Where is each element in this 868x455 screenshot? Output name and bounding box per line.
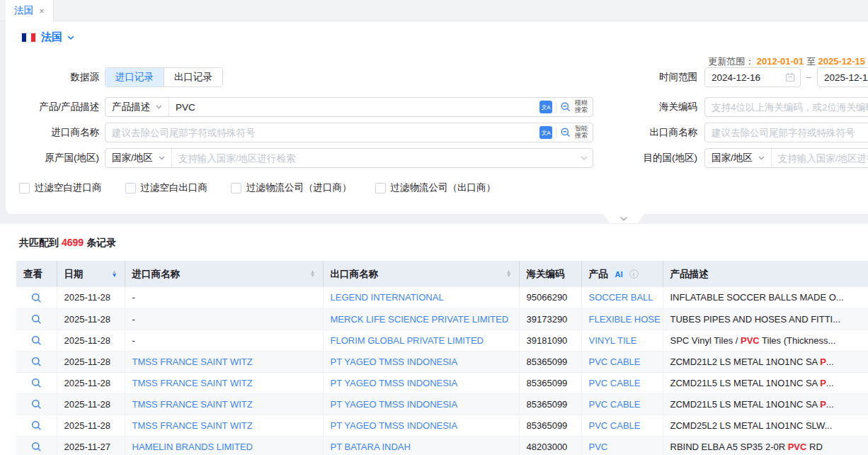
- view-record-button[interactable]: [31, 420, 42, 431]
- date-end-field[interactable]: [817, 67, 868, 87]
- origin-country-label: 原产国(地区): [6, 148, 99, 168]
- row-exporter[interactable]: MERCK LIFE SCIENCE PRIVATE LIMITED: [323, 308, 519, 330]
- column-description: 产品描述: [663, 261, 868, 287]
- checkbox-icon[interactable]: [375, 183, 386, 193]
- time-range-label: 时间范围: [586, 67, 697, 87]
- row-importer[interactable]: HAMELIN BRANDS LIMITED: [125, 436, 323, 455]
- destination-region-select[interactable]: 国家/地区: [705, 149, 772, 167]
- column-hs-code: 海关编码: [519, 261, 581, 287]
- view-record-button[interactable]: [31, 293, 42, 303]
- origin-region-select[interactable]: 国家/地区: [105, 149, 172, 167]
- row-product[interactable]: PVC CABLE: [581, 415, 663, 436]
- row-hs: 48203000: [519, 436, 581, 455]
- row-importer: -: [125, 308, 323, 330]
- smart-search-icon[interactable]: [560, 127, 571, 138]
- row-importer[interactable]: TMSS FRANCE SAINT WITZ: [125, 415, 323, 436]
- row-product[interactable]: PVC: [581, 436, 663, 455]
- row-importer[interactable]: TMSS FRANCE SAINT WITZ: [125, 351, 323, 372]
- filter-checkbox[interactable]: 过滤空白出口商: [125, 181, 208, 194]
- translate-icon[interactable]: 文A: [539, 126, 552, 139]
- row-hs: 39173290: [519, 308, 581, 330]
- checkbox-icon[interactable]: [19, 183, 30, 193]
- table-row: 2025-11-28 - FLORIM GLOBAL PRIVATE LIMIT…: [16, 330, 868, 351]
- date-end-input[interactable]: [818, 68, 868, 86]
- hs-code-field[interactable]: [704, 97, 868, 117]
- table-row: 2025-11-27 HAMELIN BRANDS LIMITED PT BAT…: [16, 436, 868, 455]
- date-start-field[interactable]: [704, 67, 801, 87]
- checkbox-label: 过滤物流公司（出口商）: [391, 181, 496, 194]
- sort-icon-date[interactable]: ▲▼: [108, 271, 118, 277]
- row-product[interactable]: PVC CABLE: [581, 393, 663, 415]
- row-importer[interactable]: TMSS FRANCE SAINT WITZ: [125, 393, 323, 415]
- view-record-button[interactable]: [31, 356, 42, 367]
- checkbox-icon[interactable]: [125, 183, 136, 193]
- row-product[interactable]: PVC CABLE: [581, 351, 663, 372]
- view-cell: [16, 287, 57, 308]
- product-type-select[interactable]: 产品描述: [105, 98, 169, 116]
- hs-code-label: 海关编码: [586, 97, 697, 117]
- chevron-down-icon: [67, 35, 74, 40]
- filter-checkbox[interactable]: 过滤物流公司（出口商）: [375, 181, 496, 194]
- info-icon[interactable]: i: [629, 269, 639, 279]
- translate-icon[interactable]: 文A: [539, 101, 552, 113]
- collapse-panel-button[interactable]: [603, 214, 644, 223]
- table-row: 2025-11-28 TMSS FRANCE SAINT WITZ PT YAG…: [16, 393, 868, 415]
- row-exporter[interactable]: LEGEND INTERNATIONAL: [323, 287, 519, 308]
- row-hs: 95066290: [519, 287, 581, 308]
- results-summary: 共匹配到4699条记录: [19, 237, 116, 249]
- row-product[interactable]: VINYL TILE: [581, 330, 663, 351]
- column-product: 产品 AI i: [581, 261, 663, 287]
- destination-country-label: 目的国(地区): [586, 148, 697, 168]
- sort-icon-exporter[interactable]: ▲▼: [502, 271, 512, 277]
- country-tab[interactable]: 法国 ×: [6, 0, 54, 21]
- hs-code-input[interactable]: [705, 98, 868, 116]
- export-records-tab[interactable]: 出口记录: [164, 68, 222, 86]
- importer-label: 进口商名称: [6, 123, 99, 142]
- origin-country-input[interactable]: [172, 149, 581, 167]
- table-row: 2025-11-28 - MERCK LIFE SCIENCE PRIVATE …: [16, 308, 868, 330]
- row-importer[interactable]: TMSS FRANCE SAINT WITZ: [125, 372, 323, 393]
- row-desc: INFLATABLE SOCCER BALLS MADE O...: [663, 287, 868, 308]
- calendar-icon[interactable]: [785, 72, 800, 82]
- row-product[interactable]: SOCCER BALL: [581, 287, 663, 308]
- row-date: 2025-11-28: [57, 351, 125, 372]
- importer-field: 文A 智能 搜索: [105, 123, 593, 142]
- row-exporter[interactable]: PT YAGEO TMSS INDONESIA: [323, 415, 519, 436]
- import-records-tab[interactable]: 进口记录: [105, 68, 164, 86]
- country-selector[interactable]: 法国: [21, 30, 74, 44]
- row-product[interactable]: FLEXIBLE HOSE PVC: [581, 308, 663, 330]
- importer-input[interactable]: [105, 123, 539, 142]
- row-date: 2025-11-28: [57, 372, 125, 393]
- checkbox-icon[interactable]: [231, 183, 241, 193]
- close-icon[interactable]: ×: [39, 6, 45, 16]
- view-record-button[interactable]: [31, 399, 42, 410]
- view-record-button[interactable]: [31, 314, 42, 325]
- view-record-button[interactable]: [31, 378, 42, 388]
- row-exporter[interactable]: PT YAGEO TMSS INDONESIA: [323, 351, 519, 372]
- fuzzy-search-icon[interactable]: [560, 101, 571, 113]
- exporter-input[interactable]: [705, 123, 868, 142]
- view-cell: [16, 330, 57, 351]
- row-exporter[interactable]: FLORIM GLOBAL PRIVATE LIMITED: [323, 330, 519, 351]
- data-source-toggle: 进口记录 出口记录: [105, 67, 223, 87]
- date-start-input[interactable]: [705, 68, 785, 86]
- filter-checkbox[interactable]: 过滤空白进口商: [19, 181, 102, 194]
- view-record-button[interactable]: [31, 442, 42, 452]
- row-product[interactable]: PVC CABLE: [581, 372, 663, 393]
- view-record-button[interactable]: [31, 335, 42, 346]
- update-from-date: 2012-01-01: [757, 56, 804, 67]
- sort-icon-importer[interactable]: ▲▼: [306, 271, 316, 277]
- row-date: 2025-11-28: [57, 330, 125, 351]
- row-exporter[interactable]: PT YAGEO TMSS INDONESIA: [323, 372, 519, 393]
- product-label: 产品/产品描述: [6, 97, 99, 117]
- data-source-label: 数据源: [6, 67, 99, 87]
- row-exporter[interactable]: PT YAGEO TMSS INDONESIA: [323, 393, 519, 415]
- destination-country-input[interactable]: [772, 149, 868, 167]
- row-desc: RBIND ELBA A5 SP35 2-0R PVC RD: [663, 436, 868, 455]
- view-cell: [16, 415, 57, 436]
- product-search-input[interactable]: [169, 98, 539, 116]
- filter-checkbox[interactable]: 过滤物流公司（进口商）: [231, 181, 352, 194]
- summary-suffix: 条记录: [86, 237, 116, 248]
- exporter-field[interactable]: [704, 123, 868, 142]
- row-exporter[interactable]: PT BATARA INDAH: [323, 436, 519, 455]
